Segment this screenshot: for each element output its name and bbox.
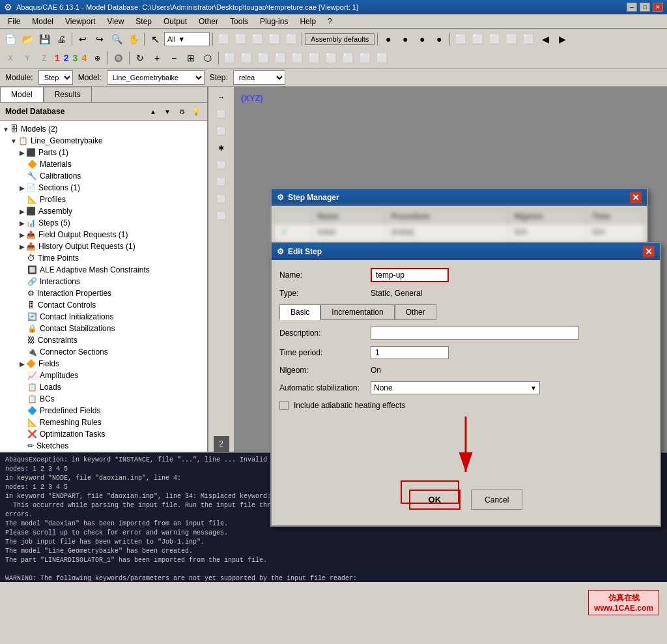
model-select[interactable]: Line_Geometrybaike — [107, 70, 205, 85]
render-1[interactable]: ● — [380, 31, 396, 47]
menu-tools[interactable]: Tools — [225, 16, 253, 27]
misc-5[interactable]: ⬜ — [289, 50, 305, 66]
print-button[interactable]: 🖨 — [53, 31, 69, 47]
open-file-button[interactable]: 📂 — [20, 31, 35, 47]
menu-other[interactable]: Other — [193, 16, 223, 27]
tree-item-steps[interactable]: ▶ 📊 Steps (5) — [0, 217, 207, 229]
vp-tool-4[interactable]: ✱ — [214, 140, 229, 156]
render-3[interactable]: ● — [414, 31, 430, 47]
tree-nav-settings[interactable]: ⚙ — [176, 106, 188, 117]
tree-item-assembly[interactable]: ▶ ⬛ Assembly — [0, 205, 207, 217]
misc-7[interactable]: ⬜ — [323, 50, 339, 66]
axis-tool[interactable]: ⊕ — [89, 50, 105, 66]
tool-e[interactable]: ⬜ — [283, 31, 299, 47]
time-period-input[interactable] — [371, 346, 449, 359]
render-2[interactable]: ● — [397, 31, 413, 47]
undo-button[interactable]: ↩ — [75, 31, 91, 47]
render-4[interactable]: ● — [431, 31, 447, 47]
menu-help[interactable]: Help — [294, 16, 321, 27]
vp-tool-6[interactable]: ⬜ — [214, 174, 229, 190]
tree-item-sections[interactable]: ▶ 📄 Sections (1) — [0, 182, 207, 194]
tree-item-predef-fields[interactable]: 🔷 Predefined Fields — [0, 405, 207, 417]
vp-tool-8[interactable]: ⬜ — [214, 208, 229, 224]
view-1[interactable]: ⬜ — [453, 31, 468, 47]
assembly-defaults-button[interactable]: Assembly defaults — [305, 33, 375, 45]
tree-item-connector-sections[interactable]: 🔌 Connector Sections — [0, 346, 207, 358]
tree-item-field-output[interactable]: ▶ 📤 Field Output Requests (1) — [0, 229, 207, 241]
axis-z[interactable]: Z — [36, 50, 52, 66]
tab-incrementation[interactable]: Incrementation — [320, 304, 394, 320]
tool-b[interactable]: ⬜ — [233, 31, 248, 47]
tree-nav-up[interactable]: ▲ — [147, 106, 159, 117]
module-select[interactable]: Step — [38, 70, 73, 85]
tree-item-calibrations[interactable]: 🔧 Calibrations — [0, 170, 207, 182]
axis-y[interactable]: Y — [20, 50, 35, 66]
misc-3[interactable]: ⬜ — [255, 50, 271, 66]
title-bar-controls[interactable]: ─ □ ✕ — [627, 3, 663, 12]
tree-item-loads[interactable]: 📋 Loads — [0, 381, 207, 393]
select-all-dropdown[interactable]: All ▼ — [164, 32, 210, 46]
tree-item-remeshing[interactable]: 📐 Remeshing Rules — [0, 417, 207, 428]
tree-item-profiles[interactable]: 📐 Profiles — [0, 194, 207, 205]
tree-item-contact-stab[interactable]: 🔒 Contact Stabilizations — [0, 323, 207, 334]
menu-plugins[interactable]: Plug-ins — [255, 16, 293, 27]
select-button[interactable]: ↖ — [147, 31, 163, 47]
tree-item-interaction-props[interactable]: ⚙ Interaction Properties — [0, 287, 207, 299]
menu-model[interactable]: Model — [27, 16, 59, 27]
misc-1[interactable]: ⬜ — [221, 50, 237, 66]
misc-4[interactable]: ⬜ — [272, 50, 288, 66]
tree-item-materials[interactable]: 🔶 Materials — [0, 158, 207, 170]
tab-basic[interactable]: Basic — [279, 304, 320, 320]
vp-tool-2[interactable]: ⬜ — [214, 106, 229, 122]
step-select[interactable]: relea — [233, 70, 285, 85]
ok-button[interactable]: OK — [409, 490, 461, 510]
tree-nav-down[interactable]: ▼ — [162, 106, 173, 117]
menu-output[interactable]: Output — [158, 16, 192, 27]
menu-step[interactable]: Step — [130, 16, 157, 27]
auto-stab-dropdown[interactable]: None ▼ — [371, 381, 540, 394]
tree-item-fields[interactable]: ▶ 🔶 Fields — [0, 358, 207, 370]
tree-item-bcs[interactable]: 📋 BCs — [0, 393, 207, 405]
menu-file[interactable]: File — [3, 16, 25, 27]
tree-item-contact-init[interactable]: 🔄 Contact Initializations — [0, 311, 207, 323]
tool-c[interactable]: ⬜ — [249, 31, 265, 47]
vp-tool-7[interactable]: ⬜ — [214, 191, 229, 207]
tab-other[interactable]: Other — [395, 304, 436, 320]
tab-results[interactable]: Results — [44, 87, 92, 102]
view-2[interactable]: ⬜ — [470, 31, 485, 47]
tree-item-opt-tasks[interactable]: ❌ Optimization Tasks — [0, 428, 207, 440]
nav-next[interactable]: ▶ — [554, 31, 570, 47]
misc-8[interactable]: ⬜ — [340, 50, 356, 66]
vp-tool-1[interactable]: → — [214, 89, 229, 105]
fit-button[interactable]: ⊞ — [183, 50, 199, 66]
save-button[interactable]: 💾 — [36, 31, 52, 47]
zoom-button[interactable]: 🔍 — [109, 31, 124, 47]
pan-button[interactable]: ✋ — [126, 31, 141, 47]
misc-6[interactable]: ⬜ — [306, 50, 322, 66]
vp-tool-5[interactable]: ⬜ — [214, 157, 229, 173]
view-3[interactable]: ⬜ — [487, 31, 502, 47]
step-manager-close-button[interactable]: ✕ — [630, 192, 642, 203]
axis-x[interactable]: X — [3, 50, 18, 66]
view-5[interactable]: ⬜ — [520, 31, 536, 47]
redo-button[interactable]: ↪ — [92, 31, 107, 47]
view-4[interactable]: ⬜ — [504, 31, 519, 47]
misc-2[interactable]: ⬜ — [238, 50, 254, 66]
minimize-button[interactable]: ─ — [627, 3, 637, 12]
tree-item-parts[interactable]: ▶ ⬛ Parts (1) — [0, 147, 207, 158]
tool-a[interactable]: ⬜ — [216, 31, 231, 47]
tree-item-amplitudes[interactable]: 📈 Amplitudes — [0, 370, 207, 381]
misc-10[interactable]: ⬜ — [374, 50, 390, 66]
tree-item-sketches[interactable]: ✏ Sketches — [0, 440, 207, 452]
tree-item-history-output[interactable]: ▶ 📤 History Output Requests (1) — [0, 241, 207, 252]
tree-item-constraints[interactable]: ⛓ Constraints — [0, 334, 207, 346]
cancel-button[interactable]: Cancel — [471, 490, 522, 510]
tree-item-ale[interactable]: 🔲 ALE Adaptive Mesh Constraints — [0, 264, 207, 276]
zoom-out-button[interactable]: − — [166, 50, 182, 66]
tool-d[interactable]: ⬜ — [266, 31, 282, 47]
tree-item-interactions[interactable]: 🔗 Interactions — [0, 276, 207, 287]
maximize-button[interactable]: □ — [640, 3, 650, 12]
new-file-button[interactable]: 📄 — [3, 31, 18, 47]
tree-item-contact-controls[interactable]: 🎛 Contact Controls — [0, 299, 207, 311]
vp-tool-3[interactable]: ⬜ — [214, 123, 229, 139]
